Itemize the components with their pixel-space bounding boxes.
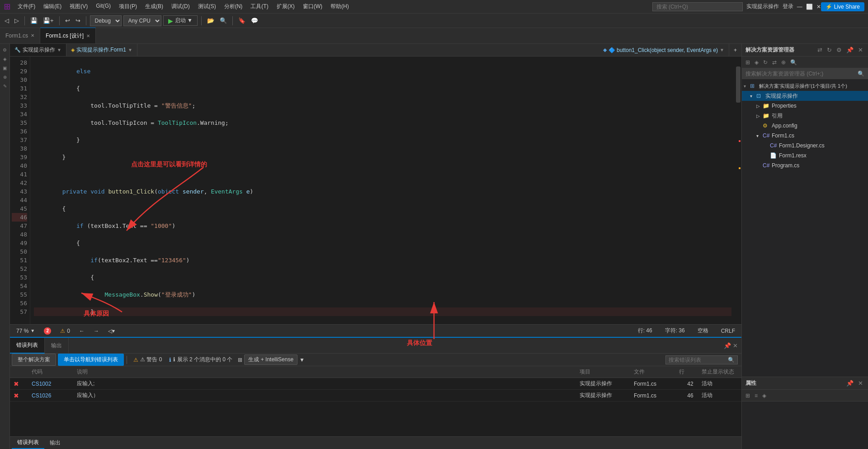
sol-toolbar-btn-1[interactable]: ⊞ xyxy=(744,58,752,66)
sidebar-icon-4[interactable]: ⊕ xyxy=(1,73,9,81)
sol-toolbar-btn-5[interactable]: ⊕ xyxy=(779,58,788,66)
search-solution-input[interactable] xyxy=(745,71,858,77)
solution-close-icon[interactable]: ✕ xyxy=(857,46,864,54)
tree-project[interactable]: ▾ ⊡ 实现提示操作 xyxy=(742,91,868,101)
prop-cat-icon[interactable]: ◈ xyxy=(760,392,768,400)
maximize-icon[interactable]: ⬜ xyxy=(806,4,813,10)
prop-grid-icon[interactable]: ⊞ xyxy=(744,392,752,400)
bottom-tab-output[interactable]: 输出 xyxy=(45,338,69,354)
sol-toolbar-btn-4[interactable]: ⇄ xyxy=(770,58,778,66)
properties-close-icon[interactable]: ✕ xyxy=(857,379,864,387)
undo-btn[interactable]: ↩ xyxy=(63,16,72,25)
tab-form1-designer-close[interactable]: ✕ xyxy=(86,33,90,38)
login-button[interactable]: 登录 xyxy=(783,3,793,10)
menu-tools[interactable]: 工具(T) xyxy=(247,1,272,12)
code-nav-file[interactable]: 🔧 实现提示操作 ▼ xyxy=(10,44,66,56)
sol-toolbar-btn-3[interactable]: ↻ xyxy=(761,58,769,66)
col-header-state[interactable]: 禁止显示状态 xyxy=(702,368,738,376)
tree-properties[interactable]: ▷ 📁 Properties xyxy=(742,101,868,111)
code-content[interactable]: else { tool.ToolTipTitle = "警告信息"; tool.… xyxy=(30,57,735,324)
menu-view[interactable]: 视图(V) xyxy=(66,1,91,12)
menu-extensions[interactable]: 扩展(X) xyxy=(273,1,298,12)
col-header-code[interactable]: 代码 xyxy=(32,368,77,376)
solution-pin-icon[interactable]: 📌 xyxy=(845,46,855,54)
tree-references[interactable]: ▷ 📁 引用 xyxy=(742,111,868,121)
col-header-file[interactable]: 文件 xyxy=(634,368,679,376)
zoom-control[interactable]: 77 % ▼ xyxy=(14,328,38,334)
sidebar-icon-2[interactable]: ◈ xyxy=(1,55,9,63)
tree-form1-cs[interactable]: ▾ C# Form1.cs xyxy=(742,131,868,141)
bottom-tab-errors[interactable]: 错误列表 xyxy=(10,338,45,354)
platform-select[interactable]: Any CPU xyxy=(123,15,161,26)
sol-toolbar-btn-6[interactable]: 🔍 xyxy=(788,58,799,66)
prop-list-icon[interactable]: ≡ xyxy=(753,392,760,400)
panel-pin-icon[interactable]: 📌 xyxy=(724,342,731,349)
solution-refresh-icon[interactable]: ↻ xyxy=(826,46,833,54)
save-btn[interactable]: 💾 xyxy=(28,16,39,25)
properties-pin-icon[interactable]: 📌 xyxy=(845,379,855,387)
sol-toolbar-btn-2[interactable]: ◈ xyxy=(753,58,760,66)
filter-icon-btn[interactable]: ⊞ xyxy=(236,356,244,364)
live-share-button[interactable]: ⚡ Live Share xyxy=(821,2,864,11)
code-nav-class[interactable]: ◈ 实现提示操作.Form1 ▼ xyxy=(66,44,137,56)
menu-edit[interactable]: 编辑(E) xyxy=(40,1,65,12)
error-row-0[interactable]: ✖ CS1002 应输入; 实现提示操作 Form1.cs 42 活动 xyxy=(10,378,741,390)
menu-help[interactable]: 帮助(H) xyxy=(327,1,353,12)
menu-file[interactable]: 文件(F) xyxy=(14,1,39,12)
tree-program-cs[interactable]: ▷ C# Program.cs xyxy=(742,161,868,170)
filter-whole-solution[interactable]: 整个解决方案 xyxy=(12,354,56,366)
find-btn[interactable]: 🔍 xyxy=(218,16,229,25)
tab-form1-designer[interactable]: Form1.cs [设计] ✕ xyxy=(40,28,96,43)
menu-window[interactable]: 窗口(W) xyxy=(299,1,326,12)
col-header-desc[interactable]: 说明 xyxy=(77,368,580,376)
save-all-btn[interactable]: 💾+ xyxy=(41,16,56,25)
error-row-1[interactable]: ✖ CS1026 应输入） 实现提示操作 Form1.cs 46 活动 xyxy=(10,390,741,402)
menu-analyze[interactable]: 分析(N) xyxy=(221,1,246,12)
tree-form1-designer[interactable]: ▷ C# Form1.Designer.cs xyxy=(742,141,868,151)
col-header-project[interactable]: 项目 xyxy=(580,368,634,376)
tree-appconfig[interactable]: ▷ ⚙ App.config xyxy=(742,121,868,131)
menu-project[interactable]: 项目(P) xyxy=(115,1,141,12)
debug-config-select[interactable]: Debug xyxy=(90,15,122,26)
open-file-btn[interactable]: 📂 xyxy=(205,16,216,25)
filter-nav-to-errors[interactable]: 单击以导航到错误列表 xyxy=(58,354,124,366)
search-errors-input[interactable] xyxy=(669,357,728,363)
forward-btn[interactable]: ▷ xyxy=(13,16,21,25)
error-count-item[interactable]: 2 xyxy=(41,327,54,335)
nav-prev-error-btn[interactable]: ◁▾ xyxy=(105,328,118,334)
run-button[interactable]: ▶ 启动 ▼ xyxy=(163,15,198,26)
tab-form1-cs-close[interactable]: ✕ xyxy=(31,33,34,38)
solution-settings-icon[interactable]: ⚙ xyxy=(835,46,843,54)
sidebar-icon-1[interactable]: ⚙ xyxy=(1,46,9,54)
warning-filter-btn[interactable]: ⚠ ⚠ 警告 0 xyxy=(130,355,165,364)
editor-scrollbar[interactable] xyxy=(735,57,741,324)
menu-test[interactable]: 测试(S) xyxy=(194,1,220,12)
tab-form1-cs[interactable]: Form1.cs ✕ xyxy=(0,28,40,43)
back-btn[interactable]: ◁ xyxy=(3,16,11,25)
code-nav-method[interactable]: ◆ 🔷 button1_Click(object sender, EventAr… xyxy=(599,44,729,56)
bookmark-btn[interactable]: 🔖 xyxy=(236,16,247,25)
build-filter-btn[interactable]: 生成 + IntelliSense xyxy=(244,354,297,365)
bottom-nav-output[interactable]: 输出 xyxy=(44,437,66,449)
close-icon[interactable]: ✕ xyxy=(816,4,821,10)
code-nav-add-btn[interactable]: + xyxy=(729,44,741,57)
panel-close-icon[interactable]: ✕ xyxy=(733,342,738,349)
global-search-input[interactable] xyxy=(652,2,743,11)
sidebar-icon-3[interactable]: ▣ xyxy=(1,64,9,72)
info-filter-btn[interactable]: ℹ ℹ 展示 2 个消息中的 0 个 xyxy=(165,355,236,364)
menu-debug[interactable]: 调试(D) xyxy=(168,1,193,12)
solution-sync-icon[interactable]: ⇄ xyxy=(816,46,824,54)
tree-form1-resx[interactable]: ▷ 📄 Form1.resx xyxy=(742,151,868,161)
sidebar-icon-5[interactable]: ✎ xyxy=(1,82,9,90)
menu-build[interactable]: 生成(B) xyxy=(142,1,167,12)
minimize-icon[interactable]: — xyxy=(797,4,802,10)
bottom-nav-errors[interactable]: 错误列表 xyxy=(12,437,44,449)
warning-count-item[interactable]: ⚠ 0 xyxy=(57,328,73,334)
menu-git[interactable]: Git(G) xyxy=(92,1,114,12)
comment-btn[interactable]: 💬 xyxy=(249,16,260,25)
scrollbar-thumb[interactable] xyxy=(736,66,741,103)
redo-btn[interactable]: ↪ xyxy=(74,16,82,25)
col-header-line[interactable]: 行 xyxy=(679,368,702,376)
nav-forward-btn[interactable]: → xyxy=(91,328,102,334)
nav-back-btn[interactable]: ← xyxy=(76,328,87,334)
